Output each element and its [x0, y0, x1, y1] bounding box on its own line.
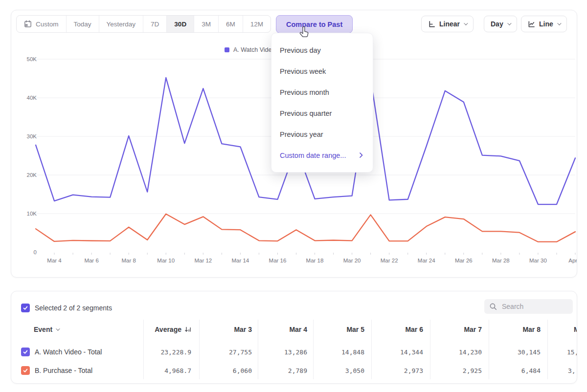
search-box[interactable] — [484, 299, 573, 314]
scale-select[interactable]: Linear — [421, 16, 474, 32]
value-cell: 13,286 — [284, 348, 307, 356]
date-range-12m[interactable]: 12M — [243, 16, 271, 32]
interval-select[interactable]: Day — [484, 16, 517, 32]
column-separator — [489, 320, 489, 379]
row-checkbox[interactable] — [21, 366, 30, 375]
value-cell: 2,973 — [404, 367, 423, 374]
x-axis-tick-label: Mar 18 — [306, 258, 324, 263]
chevron-down-icon — [56, 327, 60, 330]
x-axis-tick-label: Mar 26 — [455, 258, 473, 263]
row-checkbox[interactable] — [21, 348, 30, 356]
date-range-7d[interactable]: 7D — [143, 16, 166, 32]
date-range-control: CustomTodayYesterday7D30D3M6M12M — [16, 15, 271, 33]
series-a-swatch — [225, 47, 229, 52]
segments-selected-label: Selected 2 of 2 segments — [35, 304, 112, 312]
column-separator — [371, 320, 372, 379]
x-axis-tick-label: Mar 10 — [157, 258, 175, 263]
date-column-header: Mar 7 — [464, 326, 482, 333]
linear-axis-icon — [428, 21, 435, 28]
x-axis-tick-label: Mar 6 — [84, 258, 98, 263]
x-axis-tick-label: Apr 1 — [568, 258, 577, 263]
scale-select-label: Linear — [439, 20, 460, 28]
analytics-page: CustomTodayYesterday7D30D3M6M12M Compare… — [0, 0, 587, 392]
date-range-3m[interactable]: 3M — [194, 16, 218, 32]
compare-to-past-button[interactable]: Compare to Past — [276, 15, 353, 33]
menu-item-previous-year[interactable]: Previous year — [271, 124, 373, 145]
date-range-30d[interactable]: 30D — [166, 16, 194, 32]
date-column-header: Mar 3 — [234, 326, 252, 333]
column-separator — [547, 320, 548, 379]
segments-card: Selected 2 of 2 segments Event Average M… — [11, 291, 577, 384]
x-axis-tick-label: Mar 4 — [47, 258, 62, 263]
chart-card: CustomTodayYesterday7D30D3M6M12M Compare… — [11, 10, 577, 278]
compare-dropdown-menu: Previous dayPrevious weekPrevious monthP… — [271, 33, 373, 173]
interval-select-label: Day — [491, 20, 503, 28]
value-cell: 3,050 — [345, 367, 364, 374]
value-cell: 14,230 — [459, 348, 482, 356]
search-input[interactable] — [502, 303, 565, 310]
value-cell: 6,060 — [233, 367, 252, 374]
date-column-header: Mar 4 — [289, 326, 307, 333]
value-cell: 6,484 — [521, 367, 541, 374]
x-axis-tick-label: Mar 24 — [418, 258, 435, 263]
menu-item-previous-day[interactable]: Previous day — [271, 40, 373, 61]
column-separator — [313, 320, 314, 379]
value-cell: 14,848 — [341, 348, 364, 356]
date-range-today[interactable]: Today — [66, 16, 99, 32]
value-cell: 27,755 — [229, 348, 252, 356]
line-chart-icon — [528, 21, 535, 28]
date-column-header: Mar 5 — [346, 326, 364, 333]
chevron-down-icon — [557, 21, 561, 25]
y-axis-tick-label: 0 — [34, 249, 37, 255]
chevron-down-icon — [464, 21, 468, 25]
average-cell: 23,228.9 — [160, 348, 191, 356]
sort-descending-icon — [184, 326, 191, 333]
date-range-custom[interactable]: Custom — [17, 16, 66, 32]
date-column-header: M — [574, 326, 577, 333]
menu-item-previous-week[interactable]: Previous week — [271, 61, 373, 82]
column-separator — [199, 320, 200, 379]
chart-type-select[interactable]: Line — [521, 16, 567, 32]
x-axis-tick-label: Mar 22 — [381, 258, 398, 263]
series-line — [36, 214, 575, 242]
table-row-label: A. Watch Video - Total — [35, 348, 102, 356]
average-cell: 4,968.7 — [164, 367, 191, 374]
average-column-header[interactable]: Average — [155, 326, 191, 333]
x-axis-tick-label: Mar 8 — [121, 258, 135, 263]
y-axis-tick-label: 30K — [27, 133, 37, 139]
x-axis-tick-label: Mar 16 — [269, 258, 287, 263]
y-axis-tick-label: 10K — [27, 211, 37, 217]
chevron-right-icon — [360, 152, 363, 158]
y-axis-tick-label: 20K — [27, 172, 37, 178]
x-axis-tick-label: Mar 14 — [231, 258, 249, 263]
menu-item-previous-month[interactable]: Previous month — [271, 82, 373, 103]
value-cell: 15, — [567, 348, 577, 356]
value-cell: 2,925 — [463, 367, 482, 374]
search-icon — [489, 303, 497, 311]
table-row-label: B. Purchase - Total — [35, 367, 92, 374]
value-cell: 2,789 — [288, 367, 307, 374]
chart-type-select-label: Line — [539, 20, 553, 28]
select-all-checkbox[interactable] — [21, 304, 30, 312]
y-axis-tick-label: 40K — [27, 95, 37, 101]
x-axis-tick-label: Mar 30 — [529, 258, 547, 263]
column-separator — [143, 320, 144, 379]
value-cell: 30,145 — [518, 348, 541, 356]
date-range-6m[interactable]: 6M — [218, 16, 243, 32]
chevron-down-icon — [507, 21, 511, 25]
event-column-header[interactable]: Event — [34, 326, 59, 333]
x-axis-tick-label: Mar 28 — [492, 258, 510, 263]
x-axis-tick-label: Mar 12 — [194, 258, 212, 263]
menu-item-previous-quarter[interactable]: Previous quarter — [271, 103, 373, 124]
value-cell: 3, — [568, 367, 576, 374]
column-separator — [430, 320, 430, 379]
value-cell: 14,344 — [400, 348, 423, 356]
calendar-icon — [24, 20, 32, 28]
date-column-header: Mar 6 — [405, 326, 423, 333]
x-axis-tick-label: Mar 20 — [343, 258, 361, 263]
date-column-header: Mar 8 — [522, 326, 541, 333]
column-separator — [258, 320, 258, 379]
date-range-yesterday[interactable]: Yesterday — [99, 16, 143, 32]
y-axis-tick-label: 50K — [27, 56, 37, 62]
menu-item-custom-date-range[interactable]: Custom date range... — [271, 145, 373, 166]
